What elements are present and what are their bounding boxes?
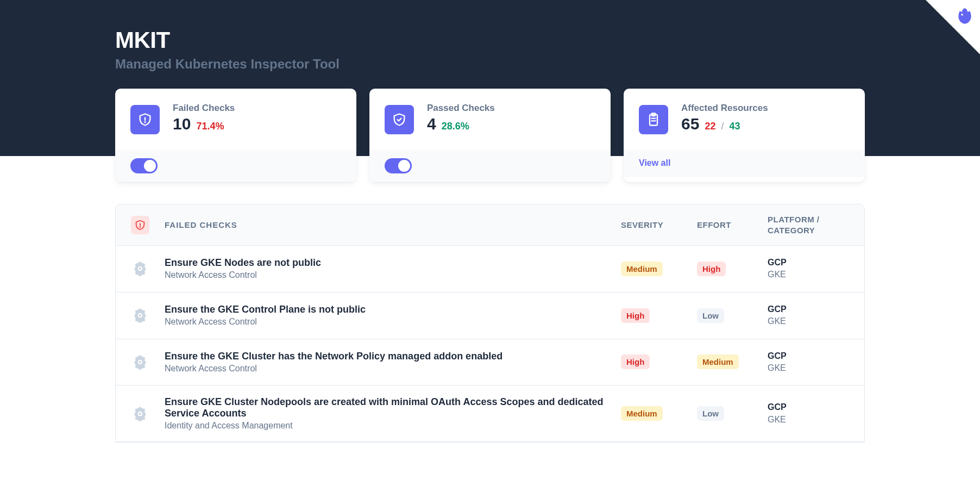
check-subtitle: Network Access Control: [165, 270, 621, 280]
view-all-link[interactable]: View all: [639, 158, 670, 168]
col-platform: PLATFORM / CATEGORY: [768, 214, 849, 235]
check-subtitle: Network Access Control: [165, 317, 621, 327]
severity-badge: High: [621, 354, 650, 369]
col-effort: EFFORT: [697, 220, 768, 229]
col-severity: SEVERITY: [621, 220, 697, 229]
table-row[interactable]: Ensure GKE Cluster Nodepools are created…: [116, 385, 864, 442]
failed-value: 10: [173, 115, 191, 133]
passed-percent: 28.6%: [442, 121, 469, 132]
severity-badge: Medium: [621, 262, 663, 276]
gcp-icon: [131, 260, 149, 277]
summary-cards: Failed Checks 10 71.4%: [115, 89, 865, 182]
affected-green: 43: [729, 121, 740, 132]
table-header: FAILED CHECKS SEVERITY EFFORT PLATFORM /…: [116, 204, 864, 246]
svg-point-15: [139, 413, 141, 415]
check-title: Ensure the GKE Control Plane is not publ…: [165, 304, 621, 315]
table-row[interactable]: Ensure the GKE Cluster has the Network P…: [116, 339, 864, 386]
category-text: GKE: [768, 269, 849, 281]
check-subtitle: Network Access Control: [165, 364, 621, 374]
severity-badge: High: [621, 308, 650, 323]
affected-slash: /: [721, 121, 724, 132]
table-row[interactable]: Ensure the GKE Control Plane is not publ…: [116, 293, 864, 339]
svg-point-1: [145, 122, 145, 122]
platform-text: GCP: [768, 257, 849, 269]
effort-badge: Low: [697, 406, 724, 421]
failed-label: Failed Checks: [173, 103, 341, 114]
svg-point-7: [140, 227, 141, 227]
affected-value: 65: [681, 115, 699, 133]
clipboard-icon: [639, 105, 668, 134]
category-text: GKE: [768, 315, 849, 327]
shield-alert-red-icon: [131, 216, 149, 234]
check-subtitle: Identity and Access Management: [165, 421, 621, 431]
corner-badge: [926, 0, 980, 54]
check-title: Ensure GKE Cluster Nodepools are created…: [165, 396, 621, 419]
gcp-icon: [131, 353, 149, 371]
shield-check-icon: [385, 105, 414, 134]
svg-point-11: [139, 314, 141, 316]
logo-icon: [954, 7, 976, 28]
platform-text: GCP: [768, 303, 849, 315]
table-row[interactable]: Ensure GKE Nodes are not public Network …: [116, 246, 864, 293]
affected-label: Affected Resources: [681, 103, 850, 114]
passed-checks-card: Passed Checks 4 28.6%: [369, 89, 611, 182]
passed-label: Passed Checks: [427, 103, 595, 114]
affected-red: 22: [705, 121, 715, 132]
passed-value: 4: [427, 115, 436, 133]
check-title: Ensure the GKE Cluster has the Network P…: [165, 351, 621, 362]
table-title: FAILED CHECKS: [165, 220, 621, 229]
app-subtitle: Managed Kubernetes Inspector Tool: [115, 57, 865, 72]
passed-toggle[interactable]: [385, 158, 412, 173]
effort-badge: High: [697, 262, 726, 276]
category-text: GKE: [768, 362, 849, 374]
failed-percent: 71.4%: [196, 121, 224, 132]
gcp-icon: [131, 405, 149, 422]
check-title: Ensure GKE Nodes are not public: [165, 257, 621, 269]
failed-checks-card: Failed Checks 10 71.4%: [115, 89, 356, 182]
effort-badge: Low: [697, 308, 724, 323]
affected-resources-card: Affected Resources 65 22 / 43 View all: [624, 89, 865, 182]
effort-badge: Medium: [697, 354, 739, 369]
failed-toggle[interactable]: [130, 158, 158, 173]
app-title: MKIT: [115, 27, 865, 53]
shield-alert-icon: [130, 105, 160, 134]
platform-text: GCP: [768, 401, 849, 413]
gcp-icon: [131, 307, 149, 324]
platform-text: GCP: [768, 350, 849, 362]
svg-point-9: [139, 268, 141, 270]
checks-table: FAILED CHECKS SEVERITY EFFORT PLATFORM /…: [115, 204, 865, 443]
severity-badge: Medium: [621, 406, 663, 421]
category-text: GKE: [768, 414, 849, 426]
svg-point-13: [139, 361, 141, 363]
